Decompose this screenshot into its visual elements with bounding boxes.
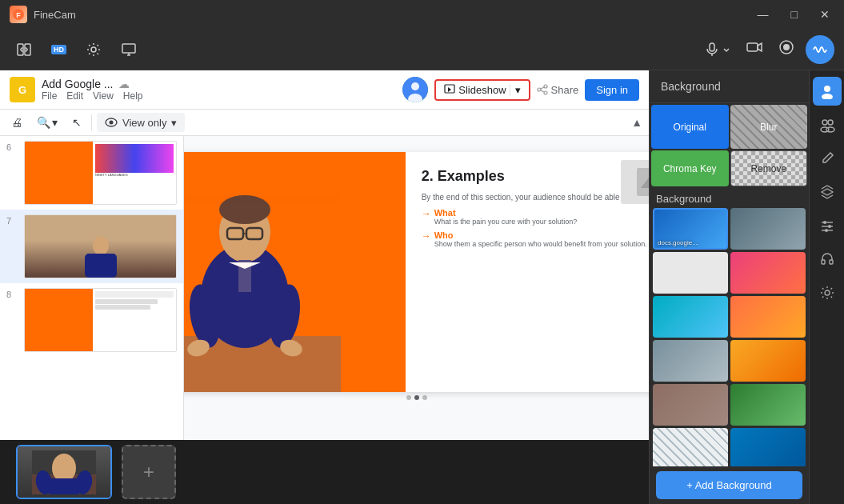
svg-point-48 [828, 120, 833, 125]
menu-file[interactable]: File [42, 90, 57, 102]
blur-option[interactable]: Blur [730, 105, 808, 149]
bg-thumb-4[interactable] [730, 252, 806, 294]
minimize-button[interactable]: — [753, 6, 774, 22]
svg-rect-57 [830, 260, 833, 264]
slide-orange-panel [184, 152, 406, 392]
bg-thumb-8[interactable] [730, 340, 806, 382]
bg-thumb-1[interactable]: docs.google.... [653, 208, 728, 250]
svg-rect-22 [85, 254, 117, 278]
share-button[interactable]: Share [537, 84, 579, 96]
browser-favicon: G [10, 77, 35, 102]
bg-thumb-5[interactable] [653, 296, 728, 338]
monitor-button[interactable] [114, 37, 143, 62]
add-source-button[interactable]: + [122, 445, 176, 499]
cloud-icon: ☁ [118, 78, 130, 90]
hd-button[interactable]: HD [45, 40, 73, 59]
bg-thumb-2[interactable] [730, 208, 806, 250]
app-logo: F [10, 6, 27, 23]
svg-point-18 [544, 91, 547, 94]
slideshow-label: Slideshow [458, 84, 506, 96]
bg-thumb-11[interactable] [653, 428, 728, 466]
signin-button[interactable]: Sign in [585, 79, 639, 101]
bullet-arrow: → [422, 230, 431, 242]
print-button[interactable]: 🖨 [6, 113, 27, 132]
camera-preview[interactable] [16, 445, 112, 499]
cursor-button[interactable]: ↖ [67, 113, 86, 132]
bg-thumb-3[interactable] [653, 252, 728, 294]
list-item[interactable]: 7 [0, 210, 183, 283]
slideshow-dropdown-icon[interactable]: ▾ [510, 84, 521, 96]
sidebar-icon-headset[interactable] [813, 245, 842, 274]
user-avatar[interactable] [402, 77, 428, 102]
wave-button[interactable] [806, 35, 834, 64]
bg-thumb-9[interactable] [653, 384, 728, 426]
bullet-heading: What [434, 208, 578, 218]
svg-rect-41 [48, 478, 80, 494]
toolbar-divider [91, 114, 92, 130]
bg-thumb-7[interactable] [653, 340, 728, 382]
slideshow-button[interactable]: Slideshow ▾ [434, 79, 530, 101]
dot-active [414, 395, 419, 400]
bullet-text: What is the pain you cure with your solu… [434, 218, 578, 226]
background-grid: docs.google.... [650, 208, 809, 466]
thumb-text: NINETY LANGUAGES [95, 173, 174, 177]
menu-help[interactable]: Help [123, 90, 143, 102]
settings-button[interactable] [79, 37, 108, 62]
bullet-heading: Who [434, 230, 647, 240]
media-controls [700, 35, 834, 64]
microphone-button[interactable] [700, 39, 735, 60]
share-label: Share [551, 84, 579, 96]
maximize-button[interactable]: □ [786, 6, 802, 22]
bullet-content: What What is the pain you cure with your… [434, 208, 578, 226]
view-only-button[interactable]: View only ▾ [97, 113, 185, 132]
slide-navigation-dots [406, 395, 427, 400]
main-toolbar: HD [0, 29, 844, 70]
svg-point-17 [538, 88, 541, 91]
sidebar-icon-people[interactable] [813, 110, 842, 139]
main-content: G Add Google ... ☁ File Edit View Help [0, 70, 844, 504]
original-option[interactable]: Original [651, 105, 729, 149]
sidebar-icon-settings[interactable] [813, 278, 842, 307]
bg-thumb-6[interactable] [730, 296, 806, 338]
svg-point-9 [783, 44, 790, 50]
add-background-button[interactable]: + Add Background [656, 471, 802, 499]
svg-point-13 [411, 82, 419, 90]
remove-option[interactable]: Remove [730, 150, 808, 186]
record-button[interactable] [774, 36, 799, 62]
bg-thumb-12[interactable] [730, 428, 806, 466]
svg-point-49 [826, 127, 834, 132]
collapse-button[interactable]: ▲ [631, 116, 642, 129]
app-title: FineCam [34, 9, 76, 21]
svg-point-26 [219, 195, 270, 224]
browser-title-area: Add Google ... ☁ File Edit View Help [42, 78, 143, 102]
zoom-button[interactable]: 🔍 ▾ [32, 113, 62, 132]
dot [422, 395, 427, 400]
slide-bullet-1: → What What is the pain you cure with yo… [422, 208, 649, 226]
menu-view[interactable]: View [93, 90, 114, 102]
slide-right-content: 2. Examples By the end of this section, … [406, 152, 649, 392]
svg-point-55 [825, 229, 828, 232]
list-item[interactable]: 6 NINETY LANGUAGES [0, 136, 183, 210]
chroma-key-option[interactable]: Chroma Key [651, 150, 729, 186]
camera-button[interactable] [742, 38, 767, 61]
zoom-chevron: ▾ [52, 116, 58, 129]
svg-rect-5 [122, 44, 135, 53]
svg-point-45 [822, 94, 833, 99]
switch-source-button[interactable] [10, 37, 38, 62]
sidebar-icon-user[interactable] [813, 77, 842, 106]
sidebar-icon-layers[interactable] [813, 178, 842, 206]
sidebar-icon-sliders[interactable] [813, 211, 842, 240]
slide-number: 6 [6, 141, 19, 152]
slide-thumbnail: NINETY LANGUAGES [24, 141, 177, 205]
bg-label: docs.google.... [658, 239, 699, 246]
bg-thumb-10[interactable] [730, 384, 806, 426]
slide-thumbnail [24, 288, 177, 352]
slide-number: 7 [6, 214, 19, 226]
menu-edit[interactable]: Edit [66, 90, 83, 102]
dot [406, 395, 411, 400]
list-item[interactable]: 8 [0, 283, 183, 357]
sidebar-icon-edit[interactable] [813, 144, 842, 173]
view-only-chevron: ▾ [171, 117, 177, 129]
close-button[interactable]: ✕ [815, 6, 834, 22]
right-sidebar [809, 70, 844, 504]
